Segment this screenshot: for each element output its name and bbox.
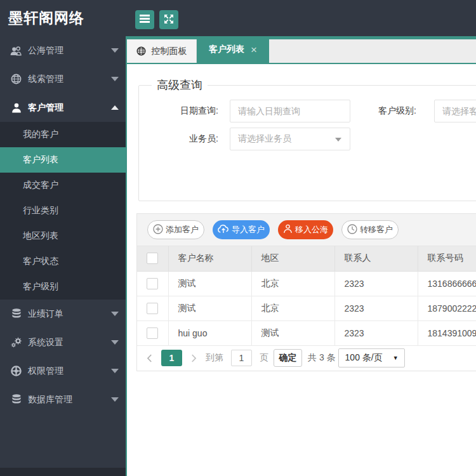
chevron-down-icon bbox=[111, 77, 119, 81]
page-size-value: 100 条/页 bbox=[345, 352, 383, 364]
person-icon bbox=[283, 224, 293, 235]
users-icon bbox=[10, 45, 22, 56]
page-size-select[interactable]: 100 条/页 ▼ bbox=[338, 348, 405, 367]
query-row-2: 业务员: 请选择业务员 bbox=[140, 128, 350, 150]
tab-label: 控制面板 bbox=[152, 46, 187, 57]
globe-icon bbox=[10, 74, 22, 84]
column-header-customer-name: 客户名称 bbox=[168, 246, 251, 271]
sidebar-item-label: 业绩订单 bbox=[28, 308, 63, 320]
goto-page-input[interactable] bbox=[231, 350, 252, 366]
add-customer-button[interactable]: 添加客户 bbox=[147, 220, 204, 239]
sidebar-item-system-settings[interactable]: 系统设置 bbox=[0, 328, 126, 357]
tab-label: 客户列表 bbox=[209, 44, 244, 55]
chevron-down-icon bbox=[111, 397, 119, 402]
user-icon bbox=[10, 102, 22, 113]
row-checkbox[interactable] bbox=[147, 278, 158, 289]
salesman-select[interactable]: 请选择业务员 bbox=[230, 128, 350, 150]
prev-page-button[interactable] bbox=[146, 354, 153, 363]
sidebar-item-label: 公海管理 bbox=[28, 45, 63, 56]
sidebar-item-label: 客户管理 bbox=[28, 102, 63, 114]
tab-dashboard[interactable]: 控制面板 bbox=[127, 39, 197, 63]
sub-item-label: 客户状态 bbox=[23, 256, 58, 267]
confirm-page-button[interactable]: 确定 bbox=[274, 349, 302, 367]
sidebar-subitem-customer-list[interactable]: 客户列表 bbox=[0, 147, 126, 173]
import-customer-button[interactable]: 导入客户 bbox=[213, 220, 270, 239]
customer-level-label: 客户级别: bbox=[350, 105, 416, 117]
sidebar-item-customers[interactable]: 客户管理 bbox=[0, 93, 126, 122]
row-checkbox[interactable] bbox=[147, 327, 158, 339]
table-header-row: 客户名称 地区 联系人 联系号码 bbox=[137, 246, 476, 271]
sidebar-item-label: 系统设置 bbox=[28, 337, 63, 348]
goto-page-label: 到第 bbox=[206, 352, 223, 364]
sidebar-item-public-sea[interactable]: 公海管理 bbox=[0, 36, 126, 65]
column-header-contact: 联系人 bbox=[334, 246, 418, 271]
cogs-icon bbox=[10, 337, 22, 348]
row-checkbox[interactable] bbox=[147, 303, 158, 314]
cell-region: 北京 bbox=[251, 271, 334, 296]
chevron-down-icon: ▼ bbox=[393, 355, 399, 361]
sidebar-subitem-industry-category[interactable]: 行业类别 bbox=[0, 198, 126, 223]
page-unit-label: 页 bbox=[260, 352, 268, 364]
sidebar-subitem-region-list[interactable]: 地区列表 bbox=[0, 223, 126, 249]
cell-phone: 18143910099 bbox=[418, 321, 476, 345]
sub-item-label: 地区列表 bbox=[23, 230, 58, 242]
sub-item-label: 客户列表 bbox=[23, 154, 58, 166]
sidebar-item-database[interactable]: 数据库管理 bbox=[0, 385, 126, 414]
database-icon bbox=[10, 394, 22, 405]
sidebar-footer-strip bbox=[0, 468, 126, 476]
tab-bar: 控制面板 客户列表 × bbox=[127, 36, 476, 64]
total-count-label: 共 3 条 bbox=[308, 352, 336, 364]
customer-level-input[interactable] bbox=[434, 100, 476, 122]
fullscreen-button[interactable] bbox=[159, 10, 178, 29]
button-label: 移入公海 bbox=[295, 224, 328, 235]
button-label: 导入客户 bbox=[232, 224, 265, 235]
cell-phone: 13168666666 bbox=[418, 271, 476, 296]
sidebar-submenu-customers: 我的客户 客户列表 成交客户 行业类别 地区列表 客户状态 客户级别 bbox=[0, 122, 126, 300]
globe-icon bbox=[136, 46, 146, 56]
query-row-1: 日期查询: 客户级别: bbox=[140, 100, 476, 122]
cell-customer-name: 测试 bbox=[168, 271, 251, 296]
chevron-down-icon bbox=[111, 48, 119, 53]
topbar bbox=[126, 0, 476, 36]
column-header-region: 地区 bbox=[251, 246, 334, 271]
hamburger-icon bbox=[140, 15, 150, 25]
chevron-down-icon bbox=[335, 138, 341, 142]
main-content: 高级查询 日期查询: 客户级别: 业务员: 请选择业务员 添加客户 bbox=[127, 64, 476, 476]
wheel-icon bbox=[10, 366, 22, 376]
sidebar-item-orders[interactable]: 业绩订单 bbox=[0, 300, 126, 328]
tab-customer-list[interactable]: 客户列表 × bbox=[197, 36, 269, 63]
advanced-query-panel: 高级查询 日期查询: 客户级别: 业务员: 请选择业务员 bbox=[138, 77, 476, 201]
row-checkbox-cell bbox=[137, 296, 168, 321]
sidebar-subitem-closed-customers[interactable]: 成交客户 bbox=[0, 173, 126, 198]
cloud-upload-icon bbox=[218, 224, 229, 235]
date-query-input[interactable] bbox=[230, 100, 350, 122]
sidebar-item-label: 数据库管理 bbox=[28, 394, 72, 406]
table-toolbar: 添加客户 导入客户 移入公海 bbox=[137, 214, 476, 246]
chevron-up-icon bbox=[111, 105, 119, 110]
advanced-query-legend: 高级查询 bbox=[152, 77, 208, 93]
sidebar-subitem-customer-status[interactable]: 客户状态 bbox=[0, 249, 126, 274]
cell-contact: 2323 bbox=[334, 271, 418, 296]
close-icon[interactable]: × bbox=[251, 44, 257, 55]
sidebar: 墨轩阁网络 公海管理 线索管理 客户管理 我的客户 客户列表 成交客户 bbox=[0, 0, 126, 476]
column-header-phone: 联系号码 bbox=[418, 246, 476, 271]
move-to-public-button[interactable]: 移入公海 bbox=[278, 220, 333, 239]
sidebar-item-leads[interactable]: 线索管理 bbox=[0, 65, 126, 93]
customer-table-panel: 添加客户 导入客户 移入公海 bbox=[136, 213, 476, 371]
salesman-select-placeholder: 请选择业务员 bbox=[238, 133, 291, 145]
transfer-customer-button[interactable]: 转移客户 bbox=[341, 220, 399, 239]
button-label: 添加客户 bbox=[166, 224, 199, 235]
select-all-checkbox[interactable] bbox=[147, 253, 158, 264]
salesman-label: 业务员: bbox=[140, 133, 218, 145]
next-page-button[interactable] bbox=[190, 354, 197, 363]
current-page-button[interactable]: 1 bbox=[161, 350, 182, 366]
sub-item-label: 我的客户 bbox=[23, 129, 58, 140]
customer-table: 客户名称 地区 联系人 联系号码 测试 北京 2323 13168666666 … bbox=[137, 246, 476, 346]
sidebar-subitem-my-customers[interactable]: 我的客户 bbox=[0, 122, 126, 147]
table-row: 测试 北京 2323 13168666666 bbox=[137, 271, 476, 296]
sub-item-label: 行业类别 bbox=[23, 205, 58, 216]
sidebar-subitem-customer-level[interactable]: 客户级别 bbox=[0, 274, 126, 300]
row-checkbox-cell bbox=[137, 321, 168, 345]
sidebar-toggle-button[interactable] bbox=[135, 10, 154, 29]
sidebar-item-permissions[interactable]: 权限管理 bbox=[0, 357, 126, 385]
